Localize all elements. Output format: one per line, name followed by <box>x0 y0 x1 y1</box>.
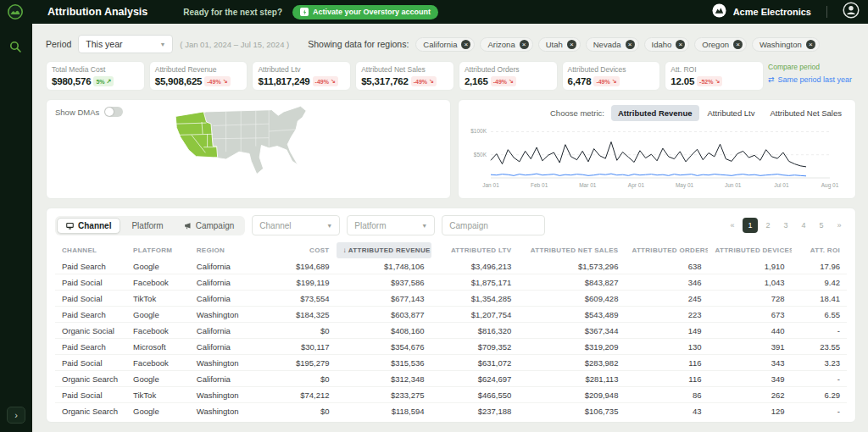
table-cell: $281,113 <box>518 371 625 387</box>
company-logo-icon <box>712 3 726 21</box>
svg-text:Jun 01: Jun 01 <box>725 182 742 188</box>
remove-region-icon[interactable]: × <box>733 40 743 49</box>
table-cell: 6.29 <box>792 387 847 403</box>
period-select[interactable]: This year ▼ <box>78 35 173 53</box>
table-row: Paid SocialTikTokCalifornia$73,554$677,1… <box>55 291 847 307</box>
trend-down-icon: ↘ <box>331 78 336 85</box>
table-cell: 343 <box>708 355 791 371</box>
table-cell: Washington <box>190 387 261 403</box>
table-row: Paid SearchMicrosoftCalifornia$30,117$35… <box>55 339 847 355</box>
table-cell: $209,948 <box>518 387 625 403</box>
pagination-next[interactable]: » <box>832 218 847 233</box>
column-header[interactable]: ↓ATTRIBUTED REVENUE <box>337 242 431 258</box>
channel-filter-select[interactable]: Channel ▼ <box>252 215 340 235</box>
remove-region-icon[interactable]: × <box>520 40 529 49</box>
trend-down-icon: ↘ <box>612 78 617 85</box>
table-cell: Paid Search <box>55 258 126 274</box>
svg-text:Jan 01: Jan 01 <box>482 182 499 188</box>
kpi-delta: -49% <box>207 79 220 85</box>
column-header[interactable]: REGION <box>190 242 261 258</box>
table-cell: $0 <box>261 323 337 339</box>
us-map[interactable] <box>159 103 337 197</box>
megaphone-icon <box>184 222 192 230</box>
pagination: «12345» <box>725 218 847 233</box>
table-cell: 43 <box>625 403 708 419</box>
date-range: ( Jan 01, 2024 – Jul 15, 2024 ) <box>180 40 289 49</box>
pagination-page-3[interactable]: 3 <box>778 218 793 233</box>
remove-region-icon[interactable]: × <box>626 40 635 49</box>
kpi-value: 12.05 <box>670 76 694 86</box>
remove-region-icon[interactable]: × <box>806 40 815 49</box>
column-header[interactable]: ATTRIBUTED NET SALES <box>518 242 625 258</box>
overstory-logo-icon[interactable] <box>7 3 24 24</box>
page-title: Attribution Analysis <box>47 6 147 18</box>
kpi-value: $5,317,762 <box>361 76 409 86</box>
pagination-page-5[interactable]: 5 <box>814 218 829 233</box>
remove-region-icon[interactable]: × <box>567 40 576 49</box>
table-cell: Facebook <box>126 323 190 339</box>
table-tab-campaign[interactable]: Campaign <box>175 218 244 234</box>
table-cell: $237,188 <box>431 403 519 419</box>
column-header[interactable]: COST <box>261 242 337 258</box>
user-profile-icon[interactable] <box>843 2 860 22</box>
table-tab-label: Channel <box>78 221 111 230</box>
pagination-prev[interactable]: « <box>725 218 740 233</box>
metric-tab-attributed-ltv[interactable]: Attributed Ltv <box>701 105 762 121</box>
table-cell: Google <box>126 403 190 419</box>
campaign-filter-input[interactable] <box>442 215 545 235</box>
compare-period: Compare period ⇄ Same period last year <box>768 61 856 91</box>
pagination-page-1[interactable]: 1 <box>743 218 758 233</box>
column-header[interactable]: CHANNEL <box>55 242 126 258</box>
kpi-value: $11,817,249 <box>258 76 309 86</box>
table-cell: $199,119 <box>261 274 337 291</box>
kpi-label: Attributed Orders <box>465 65 552 74</box>
kpi-value: 2,165 <box>465 76 488 86</box>
table-cell: 116 <box>625 355 708 371</box>
platform-filter-select[interactable]: Platform ▼ <box>347 215 435 235</box>
remove-region-icon[interactable]: × <box>461 40 470 49</box>
activate-account-button[interactable]: Activate your Overstory account <box>292 5 438 19</box>
table-cell: California <box>190 371 261 387</box>
pagination-page-4[interactable]: 4 <box>796 218 811 233</box>
kpi-card: Attributed Devices6,478-49%↘ <box>562 61 661 91</box>
kpi-delta-badge: -49%↘ <box>313 76 338 86</box>
table-cell: 86 <box>625 387 708 403</box>
table-cell: Washington <box>190 403 261 419</box>
show-dmas-toggle[interactable] <box>104 107 123 117</box>
pagination-page-2[interactable]: 2 <box>760 218 776 233</box>
table-cell: $73,554 <box>261 291 337 307</box>
table-body: Paid SearchGoogleCalifornia$194,689$1,74… <box>55 258 847 418</box>
column-header[interactable]: ATTRIBUTED LTV <box>431 242 519 258</box>
compare-period-label: Compare period <box>768 63 856 71</box>
kpi-delta-badge: -52%↘ <box>697 76 722 86</box>
table-row: Organic SearchGoogleWashington$0$118,594… <box>55 403 847 419</box>
table-tab-channel[interactable]: Channel <box>57 218 120 234</box>
svg-text:$50K: $50K <box>474 152 487 158</box>
table-cell: Washington <box>190 355 261 371</box>
table-tab-platform[interactable]: Platform <box>122 218 172 234</box>
metric-tab-attributed-net-sales[interactable]: Attributed Net Sales <box>764 105 849 121</box>
column-header[interactable]: PLATFORM <box>126 242 190 258</box>
search-icon[interactable] <box>9 41 22 57</box>
column-header[interactable]: ATTRIBUTED DEVICES <box>708 242 791 258</box>
column-header[interactable]: ATTRIBUTED ORDERS <box>625 242 708 258</box>
swap-icon: ⇄ <box>768 75 775 84</box>
kpi-row: Total Media Cost$980,5765%↗Attributed Re… <box>46 61 856 91</box>
kpi-delta-badge: -49%↘ <box>491 76 516 86</box>
compare-period-link[interactable]: ⇄ Same period last year <box>768 75 856 84</box>
kpi-value: $980,576 <box>52 76 91 86</box>
table-cell: $937,586 <box>337 274 431 291</box>
kpi-delta-badge: -49%↘ <box>204 76 230 86</box>
table-cell: $312,348 <box>337 371 431 387</box>
table-cell: $283,982 <box>518 355 625 371</box>
svg-text:May 01: May 01 <box>676 182 694 189</box>
table-cell: 17.96 <box>792 258 847 274</box>
kpi-delta-badge: 5%↗ <box>93 76 114 86</box>
table-cell: Paid Social <box>55 355 126 371</box>
table-cell: - <box>792 371 847 387</box>
kpi-value: 6,478 <box>568 76 592 86</box>
column-header[interactable]: ATT. ROI <box>792 242 847 258</box>
sidebar-expand-button[interactable]: › <box>7 407 25 424</box>
metric-tab-attributed-revenue[interactable]: Attributed Revenue <box>611 105 699 121</box>
remove-region-icon[interactable]: × <box>676 40 685 49</box>
